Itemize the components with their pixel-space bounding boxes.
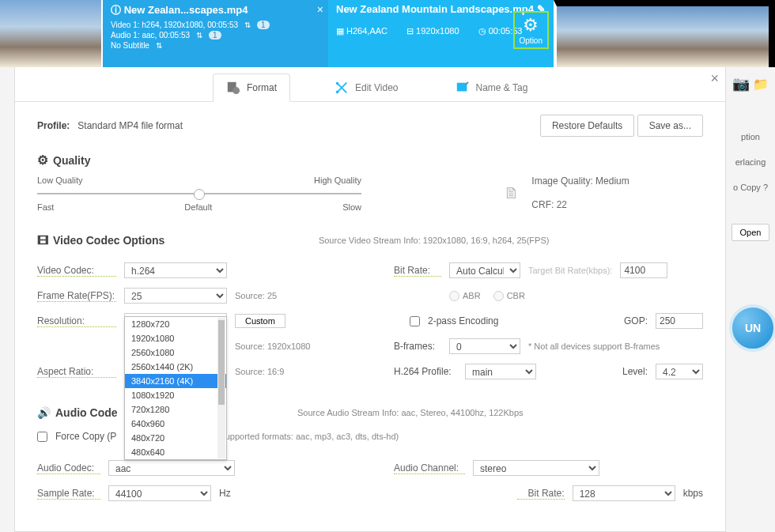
resolution-option[interactable]: 640x960	[125, 417, 226, 431]
profile-value: Standard MP4 file format	[78, 120, 183, 131]
quality-header: Quality	[53, 154, 90, 167]
video-badge[interactable]: 1	[257, 21, 270, 29]
quality-slider[interactable]	[37, 193, 361, 194]
tab-edit-video[interactable]: Edit Video	[322, 74, 411, 101]
tag-icon	[456, 81, 470, 95]
close-panel-icon[interactable]: ×	[710, 70, 719, 87]
stream-adjust-icon[interactable]: ⇅	[244, 21, 251, 29]
bitrate-select[interactable]: Auto Calculate	[449, 262, 520, 278]
output-info-panel: New Zealand Mountain Landscapes.mp4 ✎ ▦ …	[328, 0, 554, 67]
preview-thumbnail	[554, 0, 775, 67]
level-label: Level:	[622, 366, 648, 377]
resolution-option[interactable]: 1080x1920	[125, 388, 226, 402]
tab-name-tag[interactable]: Name & Tag	[443, 74, 541, 101]
default-label: Default	[184, 202, 212, 212]
video-codec-header: Video Codec Options	[53, 234, 164, 247]
audio-badge[interactable]: 1	[209, 31, 221, 40]
aspect-label: Aspect Ratio:	[37, 366, 116, 378]
save-as-button[interactable]: Save as...	[637, 115, 703, 137]
gop-label: GOP:	[624, 315, 648, 326]
source-thumbnail	[0, 0, 103, 67]
video-codec-label: Video Codec:	[37, 265, 116, 277]
dropdown-scrollbar[interactable]	[217, 318, 225, 458]
audio-codec-select[interactable]: aac	[108, 460, 235, 476]
h264-profile-select[interactable]: main	[465, 364, 536, 379]
tabs-bar: Format Edit Video Name & Tag ×	[15, 67, 725, 102]
restore-defaults-button[interactable]: Restore Defaults	[540, 115, 634, 137]
gop-input[interactable]	[656, 313, 703, 329]
fps-source: Source: 25	[235, 291, 277, 300]
target-bitrate-input[interactable]	[620, 262, 667, 278]
stream-adjust-icon[interactable]: ⇅	[196, 31, 202, 40]
video-source-info: Source Video Stream Info: 1920x1080, 16:…	[164, 236, 703, 245]
resolution-option[interactable]: 480x720	[125, 431, 226, 445]
audio-bitrate-select[interactable]: 128	[573, 485, 675, 501]
audio-stream-info: Audio 1: aac, 00:05:53	[111, 31, 190, 40]
bframes-note: * Not all devices support B-frames	[528, 341, 660, 351]
output-codec: ▦ H264,AAC	[336, 26, 388, 36]
stream-adjust-icon[interactable]: ⇅	[156, 41, 162, 50]
film-icon: 🎞	[37, 234, 48, 247]
target-bitrate-label: Target Bit Rate(kbps):	[528, 266, 612, 275]
codec-option-button[interactable]: ⚙ Option	[513, 11, 549, 49]
abr-radio[interactable]: ABR	[449, 291, 481, 301]
custom-resolution-button[interactable]: Custom	[235, 314, 285, 328]
run-button[interactable]: UN	[729, 304, 775, 352]
interlacing-fragment: erlacing	[726, 149, 775, 175]
camera-icon[interactable]: 📷	[732, 76, 750, 92]
profile-label: Profile:	[37, 120, 70, 131]
source-title: New Zealan...scapes.mp4	[111, 3, 320, 17]
scissors-icon	[335, 81, 349, 95]
two-pass-checkbox[interactable]	[410, 316, 420, 326]
resolution-label: Resolution:	[37, 315, 116, 327]
resolution-option[interactable]: 720x1280	[125, 402, 226, 417]
force-copy-checkbox[interactable]	[37, 432, 47, 442]
cbr-radio[interactable]: CBR	[493, 291, 525, 301]
video-stream-info: Video 1: h264, 1920x1080, 00:05:53	[111, 21, 238, 29]
audio-codec-label: Audio Codec:	[37, 462, 100, 474]
slow-label: Slow	[342, 202, 361, 212]
resolution-option[interactable]: 480x640	[125, 445, 226, 459]
right-sidebar: 📷 📁 ption erlacing o Copy ? Open UN	[726, 67, 775, 360]
low-quality-label: Low Quality	[37, 175, 82, 185]
audio-channel-label: Audio Channel:	[394, 462, 465, 474]
close-source-icon[interactable]: ×	[317, 3, 323, 16]
resolution-option[interactable]: 1920x1080	[125, 331, 226, 345]
image-quality-text: Image Quality: Medium	[531, 175, 629, 187]
gear-icon: ⚙	[37, 153, 48, 168]
folder-icon[interactable]: 📁	[753, 77, 769, 91]
fps-label: Frame Rate(FPS):	[37, 290, 116, 302]
resolution-option[interactable]: 1280x720	[125, 317, 226, 331]
tab-format[interactable]: Format	[213, 74, 290, 102]
resolution-dropdown[interactable]: 1280x720 1920x1080 2560x1080 2560x1440 (…	[124, 316, 227, 460]
codec-gear-icon: ⚙	[520, 15, 542, 36]
audio-channel-select[interactable]: stereo	[473, 460, 599, 476]
svg-point-1	[232, 87, 240, 94]
sample-rate-select[interactable]: 44100	[108, 485, 211, 501]
audio-header: Audio Code	[55, 406, 118, 419]
resolution-option[interactable]: 2560x1080	[125, 345, 226, 360]
option-fragment: ption	[726, 124, 775, 149]
subtitle-info: No Subtitle	[111, 41, 149, 50]
fast-label: Fast	[37, 202, 54, 212]
source-info-panel: × New Zealan...scapes.mp4 Video 1: h264,…	[103, 0, 328, 67]
resolution-option[interactable]: 2560x1440 (2K)	[125, 360, 226, 374]
top-bar: × New Zealan...scapes.mp4 Video 1: h264,…	[0, 0, 775, 67]
speaker-icon: 🔊	[37, 406, 51, 419]
kbps-label: kbps	[683, 488, 703, 499]
bframes-select[interactable]: 0	[449, 338, 520, 354]
output-resolution: ⊟ 1920x1080	[406, 26, 459, 36]
video-codec-select[interactable]: h.264	[124, 262, 227, 278]
supported-formats: Supported formats: aac, mp3, ac3, dts, d…	[219, 432, 399, 441]
resolution-source: Source: 1920x1080	[235, 341, 310, 351]
fps-select[interactable]: 25	[124, 288, 227, 304]
force-copy-label: Force Copy (P	[55, 431, 116, 442]
svg-point-3	[336, 91, 339, 94]
audio-bitrate-label: Bit Rate:	[517, 488, 565, 500]
open-button[interactable]: Open	[732, 224, 770, 241]
resolution-option-selected[interactable]: 3840x2160 (4K)	[125, 374, 226, 388]
svg-point-2	[336, 82, 339, 85]
level-select[interactable]: 4.2	[656, 364, 703, 379]
crf-text: CRF: 22	[531, 199, 629, 210]
high-quality-label: High Quality	[314, 175, 361, 185]
